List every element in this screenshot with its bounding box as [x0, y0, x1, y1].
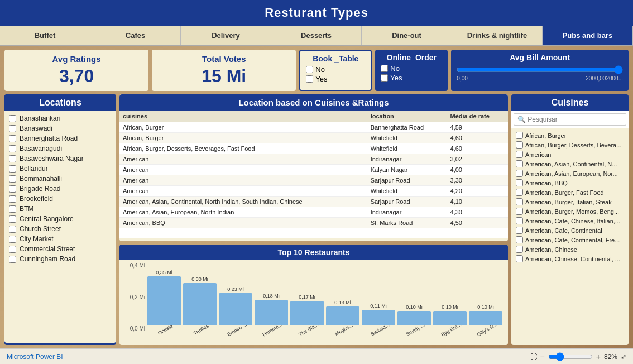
cuisine-checkbox[interactable] [516, 179, 523, 186]
location-item-central: Central Bangalore [9, 214, 112, 224]
col-cuisines: cuisines [119, 111, 367, 122]
bar-value-label: 0,10 Mi [406, 304, 423, 310]
location-checkbox-basavanagudi[interactable] [9, 145, 16, 152]
location-checkbox-bommanahalli[interactable] [9, 175, 16, 183]
tab-buffet[interactable]: Buffet [0, 26, 90, 45]
cuisine-checkbox[interactable] [516, 227, 523, 234]
location-item-brigade: Brigade Road [9, 184, 112, 194]
locations-panel: Locations Banashankari Banaswadi Bannerg… [4, 94, 116, 345]
table-row: AmericanIndiranagar3,02 [119, 154, 508, 165]
avg-bill-slider[interactable] [457, 65, 623, 74]
bar-rect[interactable] [326, 306, 359, 325]
tab-desserts[interactable]: Desserts [271, 26, 362, 45]
bar-rect[interactable] [290, 301, 324, 325]
avg-bill-title: Avg Bill Amount [457, 53, 623, 62]
bar-col-4: 0,17 MiThe Bla... [290, 262, 324, 332]
location-label: City Market [20, 235, 54, 243]
powerbi-link[interactable]: Microsoft Power BI [7, 353, 63, 361]
tab-drinks-nightlife[interactable]: Drinks & nightlife [452, 26, 543, 45]
location-checkbox-banashankari[interactable] [9, 115, 16, 122]
avg-bill-max: 2000,002000... [586, 75, 623, 82]
bar-rect[interactable] [255, 300, 288, 325]
cuisine-label: American, Asian, Continental, N... [525, 161, 617, 167]
cuisine-label: African, Burger, Desserts, Bevera... [525, 142, 621, 149]
table-cell: American, Asian, European, North Indian [119, 207, 367, 218]
location-checkbox-cunningham[interactable] [9, 256, 16, 263]
location-label: Banaswadi [20, 124, 52, 132]
cuisine-label: American, BBQ [525, 180, 568, 186]
cuisine-checkbox[interactable] [516, 132, 523, 139]
cuisine-checkbox[interactable] [516, 151, 523, 158]
cuisine-checkbox[interactable] [516, 255, 523, 262]
location-checkbox-banaswadi[interactable] [9, 125, 16, 132]
cuisine-checkbox[interactable] [516, 236, 523, 243]
location-checkbox-brigade[interactable] [9, 185, 16, 193]
cuisine-checkbox[interactable] [516, 170, 523, 177]
cuisine-label: African, Burger [525, 132, 566, 139]
zoom-minus[interactable]: − [540, 352, 545, 361]
zoom-controls: ⛶ − + 82% ⤢ [530, 352, 626, 361]
location-checkbox-commercial[interactable] [9, 246, 16, 253]
table-row: AmericanWhitefield4,20 [119, 186, 508, 197]
location-checkbox-church[interactable] [9, 226, 16, 233]
online-order-yes-label: Yes [390, 74, 402, 82]
cuisine-item-american-cafe-cont: American, Cafe, Continental [516, 226, 624, 235]
book-table-yes-checkbox[interactable] [306, 75, 313, 83]
location-checkbox-basaveshwara[interactable] [9, 155, 16, 162]
bar-rect[interactable] [147, 276, 181, 325]
book-table-card: Book _Table No Yes [299, 50, 372, 91]
location-label: Brookefield [20, 195, 53, 203]
y-label-04: 0,4 Mi [125, 262, 145, 269]
zoom-plus[interactable]: + [596, 352, 601, 361]
tab-cafes[interactable]: Cafes [90, 26, 181, 45]
bar-rect[interactable] [183, 283, 217, 325]
bar-rect[interactable] [362, 310, 395, 325]
bar-rect[interactable] [469, 311, 502, 325]
cuisine-checkbox[interactable] [516, 141, 523, 149]
col-rating: Média de rate [447, 111, 508, 122]
location-label: Commercial Street [20, 245, 75, 253]
zoom-icon-fullscreen[interactable]: ⛶ [530, 353, 537, 361]
zoom-expand-icon[interactable]: ⤢ [621, 353, 626, 361]
bar-rect[interactable] [397, 311, 431, 325]
cuisine-checkbox[interactable] [516, 208, 523, 215]
location-checkbox-bellandur[interactable] [9, 165, 16, 173]
table-cell: 3,30 [447, 175, 508, 186]
y-label-00: 0,0 Mi [125, 325, 145, 332]
zoom-slider[interactable] [548, 352, 593, 361]
cuisine-checkbox[interactable] [516, 217, 523, 224]
location-label: Bellandur [20, 165, 48, 173]
location-label: Basaveshwara Nagar [20, 155, 84, 162]
bar-rect[interactable] [433, 311, 467, 325]
table-row: American, Asian, Continental, North Indi… [119, 197, 508, 207]
bar-value-label: 0,23 Mi [227, 286, 244, 292]
avg-bill-card: Avg Bill Amount 0,00 2000,002000... [451, 50, 629, 91]
cuisine-item-american-chinese-cont: American, Chinese, Continental, ... [516, 254, 624, 264]
cuisine-checkbox[interactable] [516, 198, 523, 205]
cuisines-search-input[interactable] [514, 113, 626, 126]
cuisine-checkbox[interactable] [516, 160, 523, 167]
tab-delivery[interactable]: Delivery [181, 26, 271, 45]
chart-area: 0,4 Mi 0,2 Mi 0,0 Mi 0,35 MiOnesta0,30 M… [119, 260, 508, 344]
cuisines-search-bar [511, 111, 629, 128]
cuisine-ratings-table-container[interactable]: cuisines location Média de rate African,… [119, 111, 508, 238]
location-checkbox-bannerghatta[interactable] [9, 135, 16, 142]
online-order-yes-checkbox[interactable] [381, 74, 388, 82]
online-order-no-checkbox[interactable] [381, 65, 388, 72]
location-checkbox-btm[interactable] [9, 205, 16, 213]
location-checkbox-central[interactable] [9, 215, 16, 223]
chart-y-labels: 0,4 Mi 0,2 Mi 0,0 Mi [125, 262, 147, 343]
location-label: Central Bangalore [20, 215, 74, 223]
table-cell: 4,60 [447, 133, 508, 143]
book-table-no-checkbox[interactable] [306, 66, 313, 73]
bar-rect[interactable] [219, 293, 252, 325]
tab-pubs-bars[interactable]: Pubs and bars [543, 26, 633, 45]
location-checkbox-brookefield[interactable] [9, 195, 16, 203]
tab-dine-out[interactable]: Dine-out [362, 26, 452, 45]
cuisine-checkbox[interactable] [516, 189, 523, 196]
nav-tabs-bar: Buffet Cafes Delivery Desserts Dine-out … [0, 26, 633, 46]
location-checkbox-citymarket[interactable] [9, 236, 16, 243]
book-table-yes-row: Yes [306, 75, 365, 83]
table-row: American, BBQSt. Marks Road4,50 [119, 218, 508, 228]
cuisine-checkbox[interactable] [516, 246, 523, 253]
